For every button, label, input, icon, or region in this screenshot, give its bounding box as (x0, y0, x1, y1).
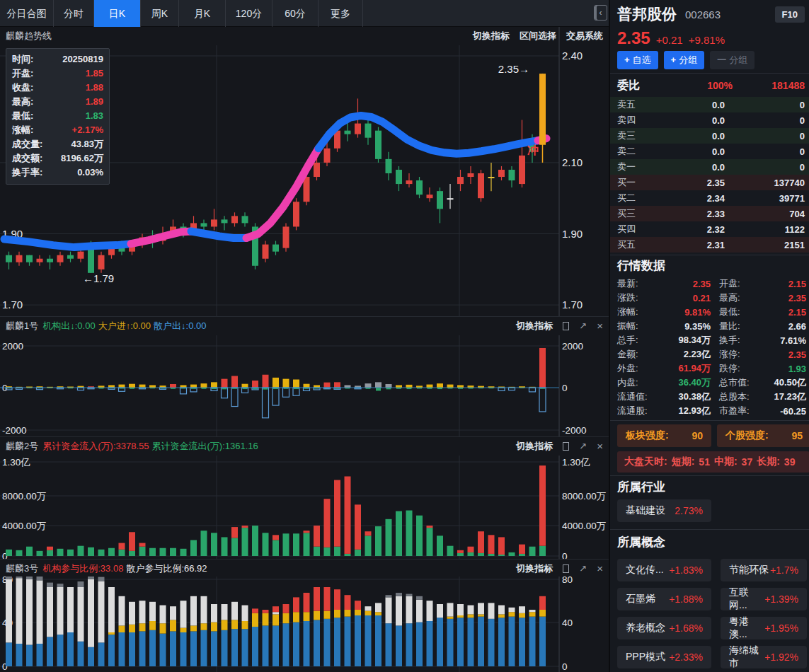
concept-tag-互联网...[interactable]: 互联网...+1.39% (721, 588, 807, 610)
info-value: +2.17% (72, 123, 103, 137)
concept-tag-节能环保[interactable]: 节能环保+1.7% (721, 559, 807, 581)
svg-text:0: 0 (562, 383, 568, 393)
svg-text:2.10: 2.10 (562, 156, 583, 168)
sell-row-卖五[interactable]: 卖五0.00 (610, 97, 809, 112)
market-value: 17.23亿 (757, 390, 806, 403)
market-value: 12.93亿 (655, 405, 711, 417)
buy-row-买二[interactable]: 买二2.3439771 (610, 190, 809, 206)
maximize-icon[interactable] (563, 442, 569, 451)
remove-group-button[interactable]: 一分组 (710, 51, 755, 69)
strength-value: 90 (692, 430, 703, 441)
concept-tag-PPP模式[interactable]: PPP模式+2.33% (617, 646, 711, 668)
panel-title-2: 麒麟2号 (6, 440, 38, 453)
market-label: 量比: (711, 320, 757, 332)
stock-name: 普邦股份 (617, 4, 677, 24)
market-value: 7.61% (757, 335, 806, 346)
panel-legend-1-1: 大户进↑:0.00 (98, 320, 151, 332)
expand-icon[interactable]: ↗ (579, 441, 587, 451)
market-label: 总股本: (711, 390, 757, 403)
close-icon[interactable]: × (597, 320, 603, 332)
tab-更多[interactable]: 更多 (319, 0, 363, 27)
order-price: 2.32 (653, 224, 725, 235)
market-row: 金额:2.23亿涨停:2.35 (610, 347, 809, 361)
maximize-icon[interactable] (563, 564, 569, 573)
tab-60分[interactable]: 60分 (272, 0, 319, 27)
divider (610, 420, 809, 421)
main-chart-action-1[interactable]: 区间选择 (520, 30, 556, 42)
main-chart-action-2[interactable]: 交易系统 (566, 30, 603, 42)
divider (610, 73, 809, 74)
switch-indicator-link[interactable]: 切换指标 (516, 320, 553, 332)
strength-value: 95 (791, 430, 803, 441)
order-label: 卖三 (617, 129, 653, 142)
concept-tag-粤港澳...[interactable]: 粤港澳...+1.95% (721, 617, 807, 639)
tab-月K[interactable]: 月K (179, 0, 226, 27)
tab-120分[interactable]: 120分 (226, 0, 272, 27)
order-label: 买三 (617, 207, 653, 220)
panel-controls-2: 切换指标↗× (516, 440, 603, 453)
info-label: 收盘: (12, 81, 33, 95)
expand-icon[interactable]: ↗ (579, 563, 587, 574)
industry-tag-基础建设[interactable]: 基础建设2.73% (617, 499, 711, 522)
switch-indicator-link[interactable]: 切换指标 (516, 562, 553, 575)
info-row: 最低:1.83 (12, 109, 103, 123)
buy-row-买四[interactable]: 买四2.321122 (610, 221, 809, 237)
kirin3-header: 麒麟3号机构参与比例:33.08散户参与比例:66.92切换指标↗× (0, 560, 609, 577)
tab-日K[interactable]: 日K (94, 0, 141, 27)
svg-text:1.70: 1.70 (562, 299, 583, 311)
collapse-panel-icon[interactable]: ‹ (594, 5, 607, 21)
close-icon[interactable]: × (597, 440, 603, 452)
close-icon[interactable]: × (597, 562, 603, 574)
kirin1-panel: 麒麟1号机构出↓:0.00大户进↑:0.00散户出↓:0.00切换指标↗× 20… (0, 316, 609, 436)
f10-button[interactable]: F10 (775, 6, 805, 23)
concept-tags: 文化传...+1.83%节能环保+1.7%石墨烯+1.88%互联网...+1.3… (617, 559, 805, 668)
period-toolbar: 分日合图分时日K周K月K120分60分更多 (0, 0, 609, 27)
sell-row-卖二[interactable]: 卖二0.00 (610, 144, 809, 159)
divider (610, 475, 809, 476)
watchlist-buttons: +自选+分组一分组 (617, 51, 755, 69)
switch-indicator-link[interactable]: 切换指标 (516, 440, 553, 453)
market-label: 流通股: (617, 405, 655, 417)
tab-分日合图[interactable]: 分日合图 (0, 0, 54, 27)
expand-icon[interactable]: ↗ (579, 320, 587, 331)
add-group-button[interactable]: +分组 (664, 51, 705, 69)
stock-header: 普邦股份 002663 F10 (617, 4, 805, 24)
maximize-icon[interactable] (563, 322, 569, 330)
kirin2-chart: 1.30亿1.30亿8000.00万8000.00万4000.00万4000.0… (0, 456, 609, 560)
order-volume: 137740 (725, 178, 805, 188)
sell-row-卖一[interactable]: 卖一0.00 (610, 159, 809, 175)
buy-row-买三[interactable]: 买三2.33704 (610, 206, 809, 221)
trading-app: 分日合图分时日K周K月K120分60分更多 ‹ 麒麟趋势线 切换指标区间选择交易… (0, 0, 809, 672)
concept-tag-石墨烯[interactable]: 石墨烯+1.88% (617, 588, 711, 610)
concept-tag-养老概念[interactable]: 养老概念+1.68% (617, 617, 711, 639)
main-chart-action-0[interactable]: 切换指标 (473, 30, 510, 42)
divider (610, 255, 809, 255)
panel-controls-1: 切换指标↗× (516, 320, 603, 332)
order-volume: 0 (725, 162, 805, 173)
add-watchlist-button[interactable]: +自选 (617, 51, 658, 69)
info-row: 成交量:43.83万 (12, 137, 103, 151)
info-value: 1.85 (86, 66, 103, 81)
order-volume: 39771 (725, 193, 805, 204)
concept-tag-文化传...[interactable]: 文化传...+1.83% (617, 559, 711, 581)
svg-text:4000.00万: 4000.00万 (562, 521, 606, 531)
order-label: 买四 (617, 223, 653, 236)
order-label: 买五 (617, 238, 653, 251)
sell-row-卖三[interactable]: 卖三0.00 (610, 128, 809, 144)
market-value: 2.35 (655, 279, 711, 289)
tag-name: 节能环保 (729, 564, 769, 577)
tab-周K[interactable]: 周K (141, 0, 179, 27)
buy-row-买一[interactable]: 买一2.35137740 (610, 175, 809, 190)
sell-row-卖四[interactable]: 卖四0.00 (610, 112, 809, 128)
svg-text:4000.00万: 4000.00万 (2, 521, 46, 531)
tab-分时[interactable]: 分时 (54, 0, 94, 27)
tag-name: 海绵城市 (729, 644, 764, 670)
market-label: 涨跌: (617, 291, 655, 304)
market-label: 开盘: (711, 277, 757, 290)
buy-row-买五[interactable]: 买五2.312151 (610, 237, 809, 253)
svg-text:-2000: -2000 (562, 425, 587, 436)
concept-tag-海绵城市[interactable]: 海绵城市+1.92% (721, 646, 807, 668)
market-label: 振幅: (617, 320, 655, 332)
market-row: 总手:98.34万换手:7.61% (610, 333, 809, 347)
last-price: 2.35 (617, 28, 650, 48)
